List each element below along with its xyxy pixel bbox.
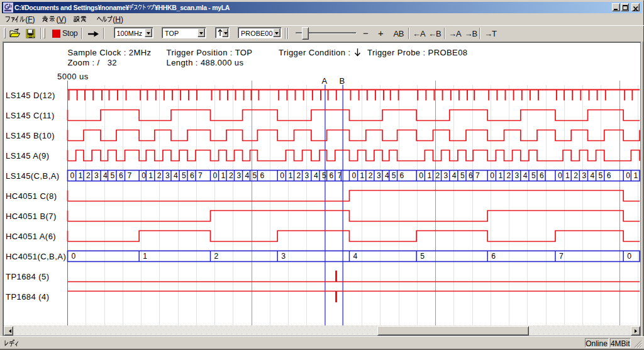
svg-text:1: 1 <box>221 171 226 180</box>
svg-text:6: 6 <box>400 171 404 180</box>
svg-text:4: 4 <box>523 171 528 180</box>
svg-text:7: 7 <box>559 252 564 261</box>
svg-text:7: 7 <box>475 171 480 180</box>
svg-text:0: 0 <box>213 171 218 180</box>
svg-text:7: 7 <box>198 171 203 180</box>
svg-text:1: 1 <box>360 171 365 180</box>
svg-text:1: 1 <box>143 252 147 261</box>
svg-text:1: 1 <box>427 171 431 180</box>
svg-text:Trigger Position : TOP: Trigger Position : TOP <box>167 48 253 57</box>
svg-text:LS145 B(10): LS145 B(10) <box>6 131 55 140</box>
svg-text:5: 5 <box>253 171 257 180</box>
svg-text:1: 1 <box>633 171 638 180</box>
svg-text:HC4051 B(7): HC4051 B(7) <box>6 212 57 221</box>
svg-text:A: A <box>322 76 328 86</box>
svg-text:6: 6 <box>330 171 334 180</box>
svg-text:5: 5 <box>111 171 115 180</box>
svg-text:LS145(C,B,A): LS145(C,B,A) <box>6 171 60 181</box>
svg-text:5: 5 <box>531 171 536 180</box>
svg-text:6: 6 <box>190 171 194 180</box>
svg-text:0: 0 <box>627 252 631 261</box>
svg-text:3: 3 <box>237 171 242 180</box>
svg-text:5: 5 <box>420 252 425 261</box>
svg-text:5: 5 <box>322 171 326 180</box>
svg-text:0: 0 <box>280 171 284 180</box>
svg-text:4: 4 <box>245 171 250 180</box>
svg-text:3: 3 <box>377 171 381 180</box>
svg-text:0: 0 <box>558 171 562 180</box>
svg-text:3: 3 <box>444 171 448 180</box>
svg-text:4: 4 <box>591 171 595 180</box>
svg-text:2: 2 <box>507 171 511 180</box>
svg-text:HC4051 A(6): HC4051 A(6) <box>6 232 56 241</box>
svg-text:2: 2 <box>229 171 233 180</box>
svg-text:0: 0 <box>72 252 76 261</box>
svg-text:3: 3 <box>281 252 286 261</box>
svg-text:6: 6 <box>119 171 123 180</box>
svg-text:4: 4 <box>385 171 389 180</box>
svg-text:1: 1 <box>288 171 292 180</box>
svg-text:HC4051 C(8): HC4051 C(8) <box>6 191 57 201</box>
svg-text:4: 4 <box>174 171 178 180</box>
svg-text:6: 6 <box>540 171 544 180</box>
svg-text:5: 5 <box>599 171 603 180</box>
svg-text:7: 7 <box>128 171 132 180</box>
svg-text:Length : 488.000 us: Length : 488.000 us <box>167 58 244 67</box>
svg-text:4: 4 <box>314 171 318 180</box>
svg-text:LS145 D(12): LS145 D(12) <box>6 91 55 100</box>
svg-text:1: 1 <box>148 171 153 180</box>
svg-text:0: 0 <box>352 171 357 180</box>
svg-text:6: 6 <box>491 252 496 261</box>
svg-text:3: 3 <box>165 171 170 180</box>
svg-text:4: 4 <box>353 252 358 261</box>
svg-text:LS145 C(11): LS145 C(11) <box>6 111 55 120</box>
svg-text:0: 0 <box>70 171 75 180</box>
svg-text:2: 2 <box>157 171 162 180</box>
svg-text:0: 0 <box>626 171 630 180</box>
svg-text:2: 2 <box>369 171 373 180</box>
svg-text:1: 1 <box>565 171 570 180</box>
svg-text:0: 0 <box>490 171 494 180</box>
svg-text:TP1684 (4): TP1684 (4) <box>6 292 50 302</box>
svg-text:2: 2 <box>214 252 219 261</box>
svg-text:Sample Clock : 2MHz: Sample Clock : 2MHz <box>68 48 152 57</box>
svg-text:1: 1 <box>498 171 502 180</box>
svg-text:6: 6 <box>260 171 264 180</box>
svg-text:TP1684 (5): TP1684 (5) <box>6 272 50 281</box>
svg-text:Trigger Condition :: Trigger Condition : <box>279 48 350 57</box>
svg-text:6: 6 <box>469 171 473 180</box>
svg-text:3: 3 <box>94 171 99 180</box>
svg-text:5000 us: 5000 us <box>57 72 89 81</box>
svg-text:0: 0 <box>419 171 423 180</box>
svg-text:2: 2 <box>574 171 578 180</box>
svg-text:4: 4 <box>452 171 457 180</box>
svg-text:5: 5 <box>392 171 396 180</box>
svg-text:LS145 A(9): LS145 A(9) <box>6 151 50 161</box>
svg-text:B: B <box>340 76 345 86</box>
svg-text:2: 2 <box>297 171 301 180</box>
svg-text:2: 2 <box>436 171 440 180</box>
svg-text:3: 3 <box>515 171 519 180</box>
svg-text:Trigger Probe : PROBE08: Trigger Probe : PROBE08 <box>367 48 467 57</box>
svg-text:3: 3 <box>582 171 586 180</box>
svg-text:Zoom : / 32: Zoom : / 32 <box>68 58 117 67</box>
svg-text:6: 6 <box>607 171 611 180</box>
svg-text:3: 3 <box>305 171 309 180</box>
svg-text:4: 4 <box>103 171 108 180</box>
svg-text:1: 1 <box>79 171 83 180</box>
svg-text:5: 5 <box>182 171 186 180</box>
svg-text:HC4051(C,B,A): HC4051(C,B,A) <box>6 252 66 261</box>
svg-text:0: 0 <box>142 171 146 180</box>
svg-text:2: 2 <box>86 171 91 180</box>
svg-text:5: 5 <box>460 171 465 180</box>
